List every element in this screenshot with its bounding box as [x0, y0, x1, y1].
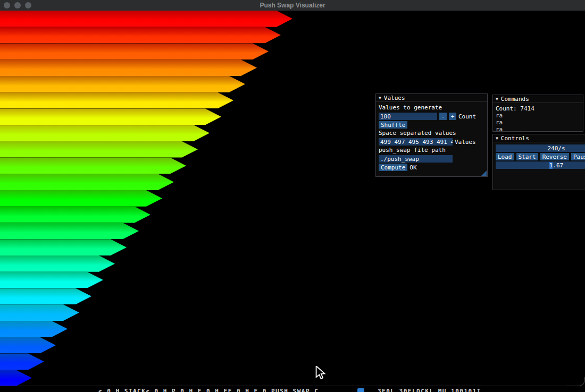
stack-bar	[0, 141, 198, 158]
stack-bar	[0, 59, 257, 76]
controls-button-row: LoadStartReversePauseStep	[496, 153, 585, 160]
command-log-entry: ra	[496, 112, 580, 119]
values-panel: ▼ Values Values to generate 100 - + Coun…	[375, 93, 488, 177]
stack-bar	[0, 288, 91, 304]
collapse-arrow-icon[interactable]: ▼	[379, 95, 381, 101]
collapse-arrow-icon[interactable]: ▼	[496, 135, 498, 142]
load-button[interactable]: Load	[496, 153, 514, 160]
stack-bar	[0, 272, 103, 288]
pause-button[interactable]: Pause	[571, 153, 585, 160]
titlebar: Push Swap Visualizer	[0, 0, 585, 11]
count-label: Count	[458, 113, 476, 120]
stack-bar	[0, 321, 68, 337]
stack-bar	[0, 353, 44, 370]
compute-button[interactable]: Compute	[379, 164, 407, 171]
bars-canvas	[0, 11, 319, 386]
path-label: push_swap file path	[379, 147, 484, 154]
stack-bar	[0, 337, 56, 354]
stack-bar	[0, 125, 210, 141]
count-input[interactable]: 100	[379, 113, 437, 120]
stack-bar	[0, 11, 292, 27]
time-rest-text: .67	[553, 162, 563, 169]
stack-bar	[0, 108, 221, 125]
time-drag-input[interactable]: 1.67	[496, 161, 585, 169]
app-window: { "window": { "title": "Push Swap Visual…	[0, 0, 585, 392]
stack-bar	[0, 304, 79, 321]
stack-bar	[0, 43, 269, 59]
count-decrement-button[interactable]: -	[439, 113, 447, 120]
stack-bar	[0, 76, 245, 92]
stack-bar	[0, 27, 281, 44]
status-blue-icon	[357, 388, 364, 392]
collapse-arrow-icon[interactable]: ▼	[496, 96, 498, 103]
stack-bar	[0, 158, 186, 174]
values-panel-title: Values	[384, 95, 405, 101]
space-separated-label: Space separated values	[379, 130, 484, 137]
controls-panel: ▼ Controls 240/s LoadStartReversePauseSt…	[492, 134, 585, 190]
window-title: Push Swap Visualizer	[0, 2, 585, 9]
commands-panel: ▼ Commands Count: 7414 rarara	[492, 95, 583, 132]
compute-status: OK	[410, 164, 416, 171]
status-left-text: < 0 H STACK< 0 H P 0 H E 0 H EE 0 H E 0 …	[98, 388, 319, 392]
command-log-entry: ra	[496, 126, 580, 133]
status-strip: < 0 H STACK< 0 H P 0 H E 0 H EE 0 H E 0 …	[0, 386, 585, 392]
generate-label: Values to generate	[379, 104, 484, 111]
window-bottom-right-corner	[566, 377, 585, 386]
values-label: Values	[455, 139, 476, 146]
speed-slider-value: 240/s	[547, 145, 565, 152]
start-button[interactable]: Start	[516, 153, 538, 160]
count-increment-button[interactable]: +	[449, 113, 456, 120]
commands-panel-title: Commands	[501, 96, 529, 103]
stack-bar	[0, 255, 115, 272]
stack-bar	[0, 239, 127, 255]
stack-bar	[0, 370, 32, 386]
reverse-button[interactable]: Reverse	[540, 153, 569, 160]
shuffle-button[interactable]: Shuffle	[379, 121, 407, 129]
command-count: Count: 7414	[496, 105, 580, 112]
status-right-text: 3E0L 30ELOCKL MU 100101T	[378, 388, 481, 392]
values-input[interactable]: 499 497 495 493 491 489	[379, 138, 453, 146]
stack-bar	[0, 190, 162, 207]
command-log: rarara	[496, 112, 580, 133]
mouse-cursor-icon	[315, 366, 326, 382]
stack-bar	[0, 223, 139, 240]
stack-bar	[0, 174, 174, 190]
speed-slider[interactable]: 240/s	[496, 144, 585, 152]
stack-bar	[0, 92, 233, 109]
path-input[interactable]: ./push_swap	[379, 155, 453, 163]
command-log-entry: ra	[496, 119, 580, 126]
stack-bar	[0, 207, 151, 223]
controls-panel-title: Controls	[501, 135, 529, 142]
controls-panel-titlebar[interactable]: ▼ Controls	[493, 134, 585, 142]
commands-panel-titlebar[interactable]: ▼ Commands	[493, 95, 583, 103]
resize-grip[interactable]	[481, 171, 487, 176]
values-panel-titlebar[interactable]: ▼ Values	[376, 94, 487, 102]
